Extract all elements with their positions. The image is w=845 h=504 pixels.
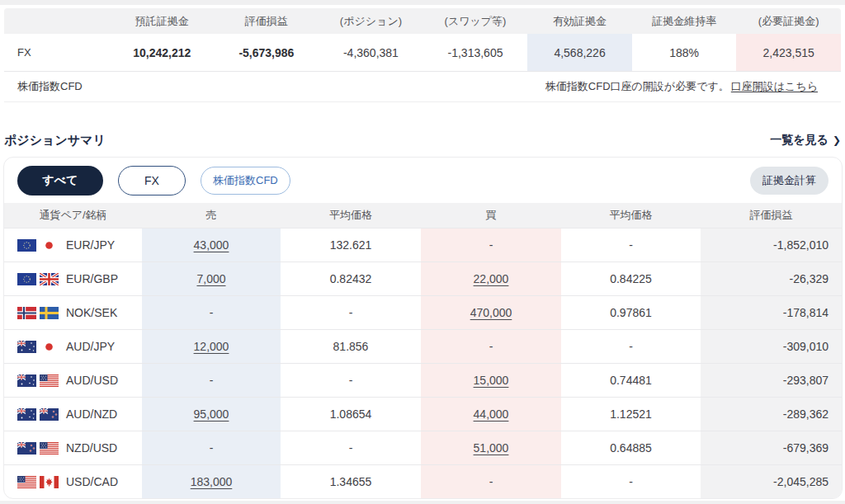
cfd-notice-text: 株価指数CFD口座の開設が必要です。: [545, 79, 729, 94]
pair-cell: AUD/JPY: [4, 330, 142, 363]
valuation-pl: -293,807: [701, 364, 842, 397]
buy-quantity: -: [489, 340, 493, 353]
tab-fx[interactable]: FX: [118, 166, 186, 195]
buy-avg-price: 1.12521: [561, 398, 701, 431]
pair-cell: AUD/NZD: [4, 398, 142, 431]
pair-cell: AUD/USD: [4, 364, 142, 397]
fx-position-value: -4,360,381: [319, 34, 423, 71]
filter-tabbar: すべて FX 株価指数CFD 証拠金計算: [4, 158, 842, 203]
buy-quantity-link[interactable]: 15,000: [474, 374, 509, 387]
pair-name: EUR/JPY: [66, 238, 115, 252]
flag-us-icon: [40, 442, 59, 455]
pair-cell: USD/CAD: [4, 465, 142, 498]
sell-quantity: -: [210, 374, 214, 387]
buy-quantity-link[interactable]: 22,000: [474, 272, 509, 285]
sell-avg-price: -: [281, 296, 421, 329]
bottom-cropped-area: [0, 501, 845, 504]
buy-avg-price: 0.97861: [561, 296, 701, 329]
open-account-link[interactable]: 口座開設はこちら: [731, 79, 818, 94]
valuation-pl: -309,010: [701, 330, 842, 363]
table-row: EUR/JPY 43,000 132.621 - - -1,852,010: [4, 228, 842, 261]
header-empty: [4, 8, 110, 34]
pair-cell: EUR/JPY: [4, 228, 142, 261]
header-required-margin: (必要証拠金): [736, 8, 841, 34]
valuation-pl: -289,362: [701, 398, 842, 431]
pair-cell: NOK/SEK: [4, 296, 142, 329]
pair-cell: NZD/USD: [4, 431, 142, 464]
top-cropped-element: [0, 0, 845, 5]
table-row: AUD/JPY 12,000 81.856 - - -309,010: [4, 329, 842, 363]
buy-quantity-link[interactable]: 51,000: [474, 441, 509, 455]
fx-row-label: FX: [4, 34, 110, 71]
buy-quantity-link[interactable]: 44,000: [474, 407, 509, 421]
sell-quantity-link[interactable]: 183,000: [191, 475, 233, 488]
sell-avg-price: 0.82432: [281, 262, 421, 295]
flag-jp-icon: [40, 341, 59, 353]
fx-summary-row: FX 10,242,212 -5,673,986 -4,360,381 -1,3…: [4, 34, 841, 71]
header-deposit-margin: 預託証拠金: [110, 8, 215, 34]
account-summary-header-row: 預託証拠金 評価損益 (ポジション) (スワップ等) 有効証拠金 証拠金維持率 …: [4, 8, 841, 34]
fx-deposit-margin-value: 10,242,212: [110, 34, 215, 71]
sell-avg-price: 1.08654: [281, 398, 421, 431]
buy-avg-price: -: [561, 228, 701, 261]
pair-name: AUD/USD: [66, 374, 118, 387]
header-buy: 買: [421, 203, 561, 228]
sell-quantity: -: [210, 441, 214, 455]
buy-quantity: -: [489, 475, 493, 488]
valuation-pl: -1,852,010: [701, 228, 842, 261]
fx-maintenance-rate-value: 188%: [632, 34, 737, 71]
buy-avg-price: -: [561, 465, 701, 498]
tab-stock-index-cfd[interactable]: 株価指数CFD: [201, 167, 290, 195]
table-row: AUD/USD - - 15,000 0.74481 -293,807: [4, 363, 842, 397]
cfd-row-label: 株価指数CFD: [4, 72, 110, 101]
buy-avg-price: 0.84225: [561, 262, 701, 295]
flag-ca-icon: [40, 476, 59, 488]
margin-calc-button[interactable]: 証拠金計算: [750, 167, 828, 195]
pair-name: USD/CAD: [66, 475, 118, 488]
header-position: (ポジション): [319, 8, 423, 34]
flag-no-icon: [17, 307, 36, 319]
chevron-right-icon: ❯: [833, 134, 841, 146]
sell-avg-price: 132.621: [281, 228, 421, 261]
view-all-label: 一覧を見る: [770, 133, 828, 148]
flag-au-icon: [17, 374, 36, 387]
buy-quantity-link[interactable]: 470,000: [470, 306, 512, 319]
sell-quantity-link[interactable]: 43,000: [194, 238, 229, 252]
pair-name: AUD/NZD: [66, 407, 117, 421]
flag-eu-icon: [17, 239, 36, 252]
position-summary-titlebar: ポジションサマリ 一覧を見る ❯: [4, 132, 841, 148]
fx-valuation-pl-value: -5,673,986: [215, 34, 319, 71]
header-maintenance-rate: 証拠金維持率: [632, 8, 737, 34]
flag-au-icon: [17, 341, 36, 353]
valuation-pl: -2,045,285: [701, 465, 842, 498]
sell-quantity: -: [210, 306, 214, 319]
sell-avg-price: -: [281, 431, 421, 464]
buy-quantity: -: [489, 238, 493, 252]
buy-avg-price: 0.74481: [561, 364, 701, 397]
sell-quantity-link[interactable]: 12,000: [194, 340, 229, 353]
flag-jp-icon: [40, 239, 59, 252]
flag-nz-icon: [17, 442, 36, 455]
sell-quantity-link[interactable]: 7,000: [196, 272, 225, 285]
table-row: EUR/GBP 7,000 0.82432 22,000 0.84225 -26…: [4, 261, 842, 295]
page-title: ポジションサマリ: [4, 133, 106, 148]
sell-quantity-link[interactable]: 95,000: [194, 407, 229, 421]
positions-header-row: 通貨ペア/銘柄 売 平均価格 買 平均価格 評価損益: [4, 203, 842, 228]
flag-nz-icon: [40, 408, 59, 421]
header-sell-avg-price: 平均価格: [281, 203, 421, 228]
flag-us-icon: [17, 476, 36, 488]
pair-name: NZD/USD: [66, 441, 117, 455]
header-currency-pair: 通貨ペア/銘柄: [4, 203, 142, 228]
flag-au-icon: [17, 408, 36, 421]
header-swap: (スワップ等): [423, 8, 528, 34]
position-summary-card: すべて FX 株価指数CFD 証拠金計算 通貨ペア/銘柄 売 平均価格 買 平均…: [3, 157, 843, 499]
tab-all[interactable]: すべて: [17, 166, 103, 195]
sell-avg-price: 1.34655: [281, 465, 421, 498]
pair-name: AUD/JPY: [66, 340, 115, 353]
header-valuation-pl: 評価損益: [215, 8, 319, 34]
cfd-summary-row: 株価指数CFD 株価指数CFD口座の開設が必要です。 口座開設はこちら: [4, 71, 841, 102]
view-all-link[interactable]: 一覧を見る ❯: [770, 133, 841, 148]
fx-required-margin-value: 2,423,515: [736, 34, 841, 71]
header-buy-avg-price: 平均価格: [561, 203, 701, 228]
table-row: NZD/USD - - 51,000 0.64885 -679,369: [4, 431, 842, 464]
